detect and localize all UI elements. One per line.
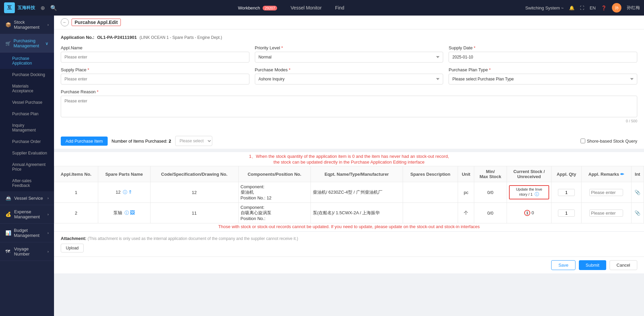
anno-bottom-text: Those with stock or stock-out records ca… xyxy=(218,224,480,229)
th-no: Appl.Items No. xyxy=(54,166,98,182)
info-icon-2[interactable]: ⓘ xyxy=(125,210,129,215)
remarks-input-2[interactable] xyxy=(589,210,623,217)
app-no-value: OL1-PA-P24111901 xyxy=(97,35,137,40)
table-toolbar: Add Purchase Item Number of Items Purcha… xyxy=(54,133,644,149)
th-remarks: Appl. Remarks ✏ xyxy=(581,166,631,182)
char-count: 0 / 500 xyxy=(61,119,637,123)
attach-icon-1[interactable]: 📎 xyxy=(635,190,640,195)
shore-query-checkbox[interactable] xyxy=(581,139,585,143)
update-inventory-box[interactable]: Update the Inventory / 1 ⓘ xyxy=(509,185,549,199)
nav-center: Workbench 29207 Vessel Monitor Find xyxy=(62,5,520,10)
sidebar-item-annual-agreement[interactable]: Annual Agreement Price xyxy=(0,159,54,175)
sidebar-item-aftersales[interactable]: After-sales Feedback xyxy=(0,175,54,191)
appl-qty-input-2[interactable] xyxy=(558,210,575,217)
info-icon-1[interactable]: ⓘ xyxy=(123,190,127,195)
submit-button[interactable]: Submit xyxy=(579,260,606,270)
td-eqpt-2: 泵(在船名)/ 1.5CWX-2A / 上海振华 xyxy=(311,203,403,223)
username: 孙红梅 xyxy=(627,5,640,11)
vessel-service-icon: 🚢 xyxy=(5,195,11,201)
nav-home-icon[interactable]: ⊕ xyxy=(41,5,45,11)
main-content: ← Purcahse Appl.Edit Application No.: OL… xyxy=(54,16,644,316)
add-purchase-item-button[interactable]: Add Purchase Item xyxy=(61,137,108,146)
th-appl-qty: Appl. Qty xyxy=(552,166,581,182)
inv-info-icon-1[interactable]: ⓘ xyxy=(535,192,539,197)
th-minmax: Min/Max Stock xyxy=(474,166,507,182)
expand-icon[interactable]: ⛶ xyxy=(580,5,584,10)
appl-qty-input-1[interactable] xyxy=(558,189,575,196)
switching-system-btn[interactable]: Switching System ~ xyxy=(525,5,564,10)
help-icon[interactable]: ❓ xyxy=(601,5,607,10)
sidebar-label-voyage: Voyage Number xyxy=(14,246,45,257)
breadcrumb-bar: ← Purcahse Appl.Edit xyxy=(54,16,644,29)
appl-name-input[interactable] xyxy=(61,52,249,63)
sidebar-item-inquiry-management[interactable]: Inquiry Management xyxy=(0,120,54,136)
logo-text: 互海科技 xyxy=(18,5,35,11)
purchase-modes-group: Purchase Modes * Ashore Inquiry xyxy=(255,67,444,84)
sidebar-item-purchase-application[interactable]: Purchase Application xyxy=(0,53,54,69)
sidebar-sub-purchasing: Purchase Application Purchase Docking Ma… xyxy=(0,53,54,191)
notification-icon[interactable]: 🔔 xyxy=(569,5,574,10)
purchase-reason-textarea[interactable] xyxy=(61,96,637,117)
supply-date-input[interactable] xyxy=(449,52,637,63)
sidebar-item-purchase-order[interactable]: Purchase Order xyxy=(0,136,54,147)
priority-select[interactable]: Normal xyxy=(255,52,444,63)
td-component-2: Component: 自吸离心旋涡泵 Position No.: xyxy=(238,203,311,223)
th-unit: Unit xyxy=(458,166,474,182)
sidebar-item-supplier-evaluation[interactable]: Supplier Evaluation xyxy=(0,147,54,159)
form-row-1: Appl.Name Priority Level * Normal Supply… xyxy=(61,45,637,63)
items-count-label: Number of Items Purchased: 2 xyxy=(112,139,171,144)
page-title: Purcahse Appl.Edit xyxy=(72,19,121,26)
nav-vessel-monitor[interactable]: Vessel Monitor xyxy=(291,5,322,10)
form-area: Application No.: OL1-PA-P24111901 (LINK … xyxy=(54,29,644,133)
sidebar-label-vessel-service: Vessel Service xyxy=(14,196,43,201)
priority-group: Priority Level * Normal xyxy=(255,45,444,63)
sidebar-item-budget[interactable]: 📊 Budget Management › xyxy=(0,224,54,242)
th-current-stock: Current Stock /Unreceived xyxy=(507,166,552,182)
nav-search-icon[interactable]: 🔍 xyxy=(50,5,57,11)
attach-icon-2[interactable]: 📎 xyxy=(635,210,640,216)
nav-workbench[interactable]: Workbench 29207 xyxy=(238,5,277,10)
purchase-modes-select[interactable]: Ashore Inquiry xyxy=(255,74,444,84)
td-qty-2 xyxy=(552,203,581,223)
td-attach-2: 📎 xyxy=(631,203,644,223)
td-desc-1 xyxy=(403,182,458,203)
sidebar-item-stock[interactable]: 📦 Stock Management › xyxy=(0,16,54,34)
arrow-budget: › xyxy=(48,231,49,235)
cancel-button[interactable]: Cancel xyxy=(610,260,637,270)
save-button[interactable]: Save xyxy=(551,260,575,270)
app-no-label: Application No.: xyxy=(61,35,95,40)
td-qty-1 xyxy=(552,182,581,203)
supply-place-input[interactable] xyxy=(61,74,249,84)
remarks-input-1[interactable] xyxy=(589,189,623,196)
th-spare-name: Spare Parts Name xyxy=(98,166,150,182)
upload-icon-1[interactable]: ⇑ xyxy=(128,189,132,195)
sidebar-item-purchasing[interactable]: 🛒 PurchasingManagement ∨ xyxy=(0,34,54,53)
sidebar-item-purchase-docking[interactable]: Purchase Docking xyxy=(0,69,54,80)
td-unit-1: pc xyxy=(458,182,474,203)
logo-icon: 互 xyxy=(4,2,15,13)
th-component: Components/Position No. xyxy=(238,166,311,182)
filter-select[interactable]: Please select xyxy=(175,136,212,146)
td-remarks-1 xyxy=(581,182,631,203)
lang-btn[interactable]: EN xyxy=(590,5,596,10)
nav-find[interactable]: Find xyxy=(335,5,344,10)
anno-top-line2: the stock can be updated directly in the… xyxy=(273,160,424,165)
purchase-plan-type-select[interactable]: Please select Purchase Plan Type xyxy=(449,74,637,84)
sidebar-label-purchasing: PurchasingManagement xyxy=(14,38,39,48)
shore-query-group: Shore-based Stock Query xyxy=(581,139,637,144)
sidebar-item-vessel-purchase[interactable]: Vessel Purchase xyxy=(0,97,54,108)
budget-icon: 📊 xyxy=(5,230,11,236)
upload-button[interactable]: Upload xyxy=(61,244,84,252)
image-icon-2[interactable]: 🖼 xyxy=(130,210,135,215)
td-eqpt-1: 柴油机/ 6230ZC-4型 / 广州柴油机厂 xyxy=(311,182,403,203)
sidebar-item-materials-acceptance[interactable]: Materials Acceptance xyxy=(0,80,54,97)
sidebar-item-expense[interactable]: 💰 ExpenseManagement › xyxy=(0,205,54,224)
td-unit-2: 个 xyxy=(458,203,474,223)
back-button[interactable]: ← xyxy=(61,18,69,26)
purchase-plan-type-label: Purchase Plan Type * xyxy=(449,67,637,72)
td-no-1: 1 xyxy=(54,182,98,203)
anno-top-line1: 1、When the stock quantity of the applica… xyxy=(249,154,449,159)
sidebar-item-purchase-plan[interactable]: Purchase Plan xyxy=(0,108,54,120)
sidebar-item-vessel-service[interactable]: 🚢 Vessel Service › xyxy=(0,191,54,205)
sidebar-item-voyage[interactable]: 🗺 Voyage Number › xyxy=(0,242,54,261)
